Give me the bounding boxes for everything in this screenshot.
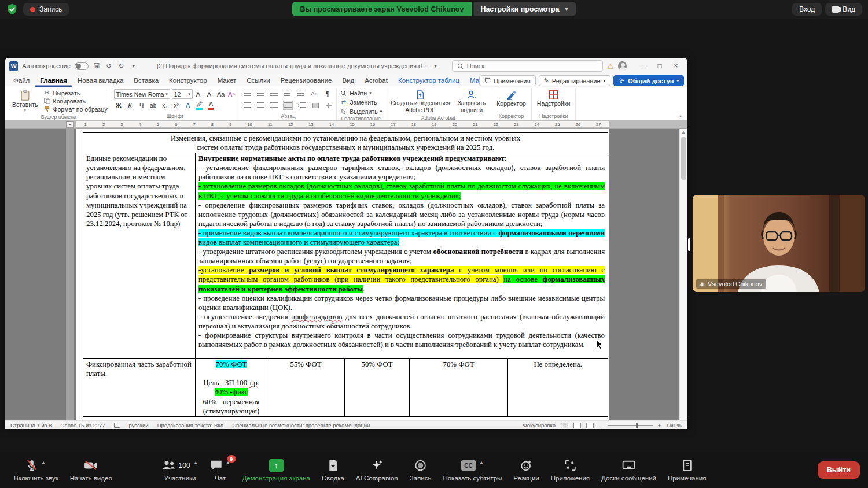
reactions-button[interactable]: Реакции	[507, 459, 545, 482]
comments-button[interactable]: Примечания	[479, 75, 536, 86]
scroll-up-icon[interactable]: ▲	[681, 129, 686, 136]
chat-button[interactable]: 9 ▲ Чат	[204, 459, 237, 482]
participants-button[interactable]: 100 ▲ Участники	[156, 459, 204, 482]
captions-button[interactable]: CC ▲ Показать субтитры	[437, 459, 507, 482]
highlight-color-button[interactable]: 🖉	[195, 101, 204, 110]
apps-button[interactable]: Приложения	[545, 459, 595, 482]
doc-paragraph[interactable]: 70% ФОТ	[198, 360, 264, 369]
ai-companion-button[interactable]: AI Companion	[350, 459, 404, 482]
doc-paragraph[interactable]: - определение фиксированных размеров тар…	[198, 201, 605, 228]
zoom-slider[interactable]	[608, 425, 653, 426]
panel-drag-handle[interactable]	[688, 238, 690, 251]
align-left-button[interactable]	[243, 101, 252, 110]
doc-paragraph[interactable]: - установление фиксированных размеров та…	[198, 163, 605, 182]
doc-paragraph[interactable]: - утверждение штатного расписания руково…	[198, 247, 605, 265]
select-button[interactable]: Выделить▾	[340, 108, 382, 115]
notes-button[interactable]: Примечания	[662, 459, 712, 482]
share-button[interactable]: Общий доступ ▾	[613, 75, 684, 86]
word-count[interactable]: Слово 15 из 2277	[60, 422, 105, 428]
autosave-toggle[interactable]	[75, 62, 88, 70]
close-button[interactable]: ×	[669, 62, 683, 70]
horizontal-ruler[interactable]: ⌐ 12345678910111213141516171819202122232…	[5, 120, 687, 129]
editing-mode-button[interactable]: ✎ Редактирование ▾	[539, 75, 611, 86]
warning-icon[interactable]: ⚠	[607, 62, 614, 71]
web-layout-button[interactable]	[586, 423, 594, 428]
mute-button[interactable]: ▲ Включить звук	[8, 459, 64, 482]
italic-button[interactable]: К	[126, 101, 135, 110]
document-area[interactable]: Изменения, связанные с рекомендациями по…	[5, 129, 687, 420]
decrease-indent-button[interactable]	[283, 89, 292, 98]
change-case-button[interactable]: Аа	[216, 90, 226, 99]
print-layout-button[interactable]	[573, 423, 581, 428]
whiteboards-button[interactable]: Доски сообщений	[595, 459, 662, 482]
collapse-ribbon-icon[interactable]: ▴	[679, 113, 682, 119]
line-spacing-button[interactable]: ↕	[297, 101, 307, 110]
scrollbar-thumb[interactable]	[681, 137, 686, 180]
addins-button[interactable]: Надстройки	[535, 89, 573, 108]
recording-pill[interactable]: Запись	[23, 3, 69, 16]
align-right-button[interactable]	[270, 101, 279, 110]
justify-button[interactable]	[283, 101, 293, 110]
summary-button[interactable]: Сводка	[316, 459, 350, 482]
redo-icon[interactable]: ↻	[117, 62, 125, 70]
doc-paragraph[interactable]: - установление размеров окладов (должнос…	[198, 182, 605, 200]
grow-font-button[interactable]: Аˆ	[194, 90, 204, 99]
recommendations-cell[interactable]: Единые рекомендации по установлению на ф…	[83, 153, 196, 359]
bold-button[interactable]: Ж	[114, 101, 123, 110]
fot-cell-4[interactable]: 70% ФОТ	[410, 359, 508, 417]
view-button[interactable]: Вид	[825, 3, 862, 16]
ribbon-tab-вид[interactable]: Вид	[337, 74, 360, 87]
fot-cell-3[interactable]: 50% ФОТ	[345, 359, 410, 417]
text-effects-button[interactable]: А	[183, 101, 193, 110]
ribbon-tab-главная[interactable]: Главная	[35, 74, 72, 87]
undo-icon[interactable]: ↺	[105, 62, 113, 70]
vertical-scrollbar[interactable]: ▲	[679, 129, 687, 420]
ribbon-tab-макет[interactable]: Макет	[212, 74, 242, 87]
font-color-button[interactable]: А	[207, 101, 216, 110]
zoom-level[interactable]: 140 %	[666, 422, 682, 428]
tab-stop-selector[interactable]: ⌐	[66, 121, 74, 128]
request-signatures-button[interactable]: Запроситьподписи	[455, 89, 488, 114]
title-chevron-icon[interactable]: ▾	[431, 64, 439, 69]
read-mode-button[interactable]	[561, 423, 568, 428]
doc-paragraph[interactable]: (стимулирующая)	[198, 406, 264, 416]
font-size-select[interactable]: 12▾	[172, 89, 193, 99]
superscript-button[interactable]: x²	[172, 101, 181, 110]
shading-button[interactable]	[311, 101, 320, 110]
chevron-up-icon[interactable]: ▲	[479, 460, 484, 465]
doc-paragraph[interactable]: - применение видов выплат компенсационно…	[198, 228, 605, 247]
fot-cell-5[interactable]: Не определена.	[508, 359, 608, 417]
subscript-button[interactable]: x₂	[160, 101, 170, 110]
doc-paragraph[interactable]: - осуществление внедрения профстандартов…	[198, 312, 605, 331]
account-avatar[interactable]	[618, 61, 627, 71]
multilevel-list-button[interactable]	[270, 89, 279, 98]
minimize-button[interactable]: –	[637, 62, 650, 70]
increase-indent-button[interactable]	[296, 89, 306, 98]
maximize-button[interactable]: □	[653, 62, 667, 70]
find-button[interactable]: Найти▾	[340, 89, 382, 97]
zoom-slider-thumb[interactable]	[636, 423, 638, 428]
cut-button[interactable]: ✂Вырезать	[43, 89, 108, 97]
ribbon-tab-рецензирование[interactable]: Рецензирование	[275, 74, 337, 87]
sort-button[interactable]: А↓	[310, 89, 319, 98]
paste-button[interactable]: Вставить ▾	[10, 89, 41, 113]
leave-button[interactable]: Выйти	[818, 461, 860, 479]
text-predictions[interactable]: Предсказания текста: Вкл	[157, 422, 224, 428]
document-page[interactable]: Изменения, связанные с рекомендациями по…	[76, 129, 609, 420]
fixed-part-label-cell[interactable]: Фиксированная часть заработной платы.	[83, 359, 196, 417]
doc-paragraph[interactable]: 60% - переменная	[198, 397, 264, 406]
view-settings-button[interactable]: Настройки просмотра ▼	[473, 2, 576, 16]
pilcrow-button[interactable]: ¶	[323, 89, 332, 98]
zoom-out-button[interactable]: –	[599, 422, 602, 428]
ribbon-tab-конструктор-таблиц[interactable]: Конструктор таблиц	[393, 74, 465, 87]
quick-access-chevron-icon[interactable]: ▾	[130, 64, 138, 69]
record-button[interactable]: Запись	[404, 459, 437, 482]
language-indicator[interactable]: русский	[129, 422, 149, 428]
shrink-font-button[interactable]: Аˇ	[205, 90, 215, 99]
internal-acts-cell[interactable]: Внутренние нормативные акты по оплате тр…	[196, 153, 608, 359]
numbered-list-button[interactable]	[256, 89, 266, 98]
doc-paragraph[interactable]: -установление размеров и условий выплат …	[198, 265, 605, 293]
ribbon-tab-acrobat[interactable]: Acrobat	[359, 74, 393, 87]
ribbon-tab-новая-вкладка[interactable]: Новая вкладка	[72, 74, 128, 87]
page-indicator[interactable]: Страница 1 из 8	[10, 422, 52, 428]
